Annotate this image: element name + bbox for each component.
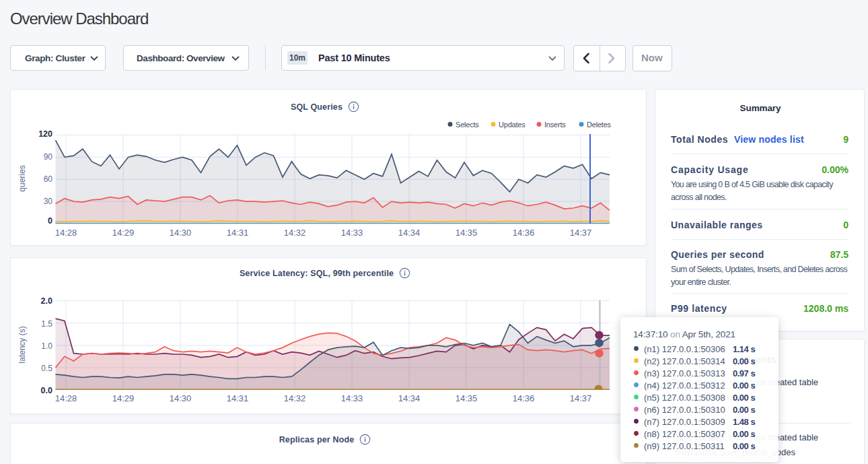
svg-text:(n2) 127.0.0.1:50314: (n2) 127.0.0.1:50314 <box>644 356 725 366</box>
svg-text:14:32: 14:32 <box>284 393 306 403</box>
svg-text:0.00 s: 0.00 s <box>733 441 755 451</box>
svg-text:0.00 s: 0.00 s <box>733 429 755 439</box>
svg-text:1.14 s: 1.14 s <box>733 344 755 354</box>
svg-text:14:33: 14:33 <box>341 393 363 403</box>
svg-text:(n8) 127.0.0.1:50307: (n8) 127.0.0.1:50307 <box>644 429 725 439</box>
svg-text:latency (s): latency (s) <box>17 326 27 363</box>
svg-text:60: 60 <box>44 174 53 184</box>
svg-text:14:32: 14:32 <box>284 228 306 238</box>
svg-text:14:34: 14:34 <box>398 228 421 238</box>
svg-text:14:28: 14:28 <box>55 228 77 238</box>
svg-text:14:33: 14:33 <box>341 228 363 238</box>
svg-text:queries: queries <box>17 165 27 191</box>
svg-text:14:30: 14:30 <box>170 228 192 238</box>
svg-text:0.00 s: 0.00 s <box>733 393 755 403</box>
svg-text:14:35: 14:35 <box>456 228 478 238</box>
svg-text:14:31: 14:31 <box>227 393 249 403</box>
svg-text:0.0: 0.0 <box>41 386 52 395</box>
svg-text:(n3) 127.0.0.1:50313: (n3) 127.0.0.1:50313 <box>644 368 725 378</box>
svg-text:(n6) 127.0.0.1:50310: (n6) 127.0.0.1:50310 <box>644 405 725 415</box>
svg-text:0: 0 <box>48 216 52 226</box>
svg-text:14:37: 14:37 <box>570 393 592 403</box>
svg-text:1.0: 1.0 <box>41 341 52 351</box>
svg-text:14:31: 14:31 <box>227 228 249 238</box>
svg-text:Selects: Selects <box>456 121 479 129</box>
svg-text:14:28: 14:28 <box>55 393 77 403</box>
svg-text:1.48 s: 1.48 s <box>733 417 755 427</box>
svg-text:Inserts: Inserts <box>544 121 566 129</box>
svg-text:14:36: 14:36 <box>513 393 535 403</box>
svg-text:0.00 s: 0.00 s <box>733 380 755 391</box>
svg-text:30: 30 <box>44 197 53 206</box>
svg-text:14:36: 14:36 <box>513 228 535 238</box>
svg-text:1.5: 1.5 <box>41 319 52 329</box>
svg-text:(n4) 127.0.0.1:50312: (n4) 127.0.0.1:50312 <box>644 380 725 391</box>
svg-text:(n7) 127.0.0.1:50309: (n7) 127.0.0.1:50309 <box>644 417 725 427</box>
svg-text:14:35: 14:35 <box>456 393 478 403</box>
svg-text:0.97 s: 0.97 s <box>733 368 755 378</box>
svg-text:Deletes: Deletes <box>587 121 612 129</box>
svg-text:14:34: 14:34 <box>398 393 421 403</box>
svg-text:90: 90 <box>44 152 53 162</box>
svg-text:(n1) 127.0.0.1:50306: (n1) 127.0.0.1:50306 <box>644 344 725 354</box>
svg-text:14:37: 14:37 <box>570 228 592 238</box>
svg-text:0.5: 0.5 <box>41 364 52 373</box>
svg-text:Updates: Updates <box>499 121 526 129</box>
svg-text:120: 120 <box>38 129 52 139</box>
svg-text:14:29: 14:29 <box>112 228 135 238</box>
svg-text:14:29: 14:29 <box>112 393 135 403</box>
svg-text:0.00 s: 0.00 s <box>733 405 755 415</box>
svg-text:14:30: 14:30 <box>170 393 192 403</box>
svg-text:(n5) 127.0.0.1:50308: (n5) 127.0.0.1:50308 <box>644 393 725 403</box>
svg-text:(n9) 127.0.0.1:50311: (n9) 127.0.0.1:50311 <box>644 441 725 451</box>
svg-text:0.00 s: 0.00 s <box>733 356 755 366</box>
svg-text:2.0: 2.0 <box>41 296 52 306</box>
